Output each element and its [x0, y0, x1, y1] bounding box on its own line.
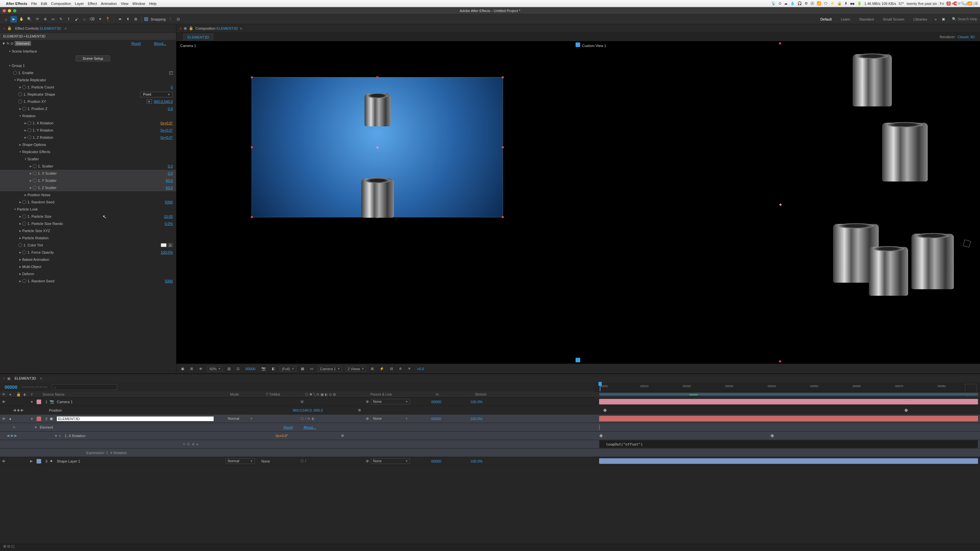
color-swatch[interactable] — [161, 243, 167, 247]
workspace-learn[interactable]: Learn — [837, 17, 854, 21]
timeline-tab[interactable]: ELEMENT3D — [13, 376, 38, 380]
shy-toggle-icon[interactable]: ↯ — [945, 1, 948, 6]
menu-effect[interactable]: Effect — [88, 2, 97, 6]
clone-tool-icon[interactable]: ⟐ — [81, 16, 88, 22]
workspace-default[interactable]: Default — [816, 17, 835, 21]
prop-force-opacity[interactable]: ▶1. Force Opacity100.0% — [0, 249, 176, 256]
lock-icon[interactable]: 🔒 — [189, 26, 193, 30]
layer-bar[interactable] — [599, 416, 978, 421]
layer-camera-1[interactable]: 👁 ▼ 1 📷 Camera 1 ⊞ ⊚None 00000 100.0% — [0, 398, 980, 406]
draft-3d-icon[interactable]: ◫ — [972, 1, 975, 6]
app-name[interactable]: After Effects — [6, 2, 27, 6]
keyframe-icon[interactable] — [603, 408, 607, 412]
kf-add-icon[interactable]: ◆ — [17, 408, 20, 412]
prop-x-scatter[interactable]: ▶1. X Scatter0.0 — [0, 170, 176, 177]
close-icon[interactable]: × — [3, 27, 5, 30]
orbit-tool-icon[interactable]: ⟳ — [34, 16, 40, 22]
anchor-point-icon[interactable]: ◆ — [376, 145, 379, 149]
pickwhip-icon[interactable]: ⊚ — [366, 400, 369, 404]
effect-controls-tab[interactable]: × 🔒 Effect Controls ELEMENT3D ≡ — [0, 24, 176, 33]
expression-text[interactable]: loopOut("offset") — [606, 442, 643, 446]
timeline-search-input[interactable] — [52, 384, 117, 390]
menu-view[interactable]: View — [121, 2, 129, 6]
layer-element3d[interactable]: 👁● ▼ 2 ▣ Normal ⬡ / fx ◐ ⊚None 00000 100… — [0, 414, 980, 423]
exposure-value[interactable]: +0.0 — [415, 367, 425, 371]
workspace-standard[interactable]: Standard — [855, 17, 878, 21]
window-controls[interactable] — [3, 9, 16, 13]
stopwatch-icon[interactable] — [18, 100, 22, 103]
stopwatch-icon[interactable] — [22, 279, 26, 283]
motion-blur-toggle-icon[interactable]: ⊚ — [958, 1, 960, 6]
expression-language-icon[interactable]: ▸ — [197, 442, 199, 446]
graph-editor-icon[interactable]: 📊 — [964, 1, 968, 6]
blend-mode-dropdown[interactable]: Normal — [225, 416, 255, 421]
mask-toggle-icon[interactable]: 👁 — [197, 367, 204, 371]
zoom-dropdown[interactable]: 50% — [207, 366, 223, 372]
parent-dropdown[interactable]: None — [371, 416, 410, 421]
twisty-icon[interactable]: ▼ — [34, 426, 38, 429]
menu-animation[interactable]: Animation — [101, 2, 117, 6]
sync-settings-icon[interactable]: ▣ — [940, 16, 947, 22]
views-layout-dropdown[interactable]: 2 Views — [345, 366, 366, 372]
prop-random-seed-2[interactable]: ▶1. Random Seed5000 — [0, 278, 176, 285]
scene-setup-button[interactable]: Scene Setup — [76, 56, 110, 61]
viewer-subtab[interactable]: ELEMENT3D — [183, 33, 214, 40]
prop-particle-look[interactable]: ▼Particle Look — [0, 206, 176, 213]
pan-behind-tool-icon[interactable]: ⊕ — [42, 16, 48, 22]
prop-particle-size-xyz[interactable]: ▶Particle Size XYZ — [0, 227, 176, 234]
stopwatch-icon[interactable] — [33, 179, 37, 183]
active-camera-dropdown[interactable]: Camera 1 — [318, 366, 342, 372]
expression-controls-row[interactable]: ≡ ⊙ ⊚ ▸ loopOut("offset") — [0, 440, 980, 448]
kf-add-icon[interactable]: ◆ — [10, 433, 13, 438]
brightness-icon[interactable]: ☀ — [406, 367, 412, 371]
footer-timecode[interactable]: 00000 — [244, 367, 257, 371]
hand-tool-icon[interactable]: ✋ — [18, 16, 25, 22]
channel-toggle-icon[interactable]: ⊞ — [189, 367, 194, 371]
snapping-checkbox[interactable] — [145, 17, 148, 21]
prop-enable[interactable]: 1. Enable — [0, 69, 176, 76]
resolution-toggle-icon[interactable]: ▥ — [226, 367, 232, 371]
stopwatch-icon[interactable] — [22, 85, 26, 89]
search-help-input[interactable]: 🔍 Search Help — [948, 17, 977, 21]
prop-scatter[interactable]: ▶1. Scatter0.0 — [0, 162, 176, 170]
replicator-shape-dropdown[interactable]: Point — [140, 92, 173, 97]
keyframe-icon[interactable] — [770, 434, 774, 437]
layer-shape-1[interactable]: 👁 ▶ 3 ★ Shape Layer 1 Normal None ⬡ / ⊚N… — [0, 457, 980, 465]
playhead[interactable] — [600, 383, 600, 391]
selection-tool-icon[interactable]: ▶ — [10, 16, 17, 22]
kf-nav-prev-icon[interactable]: ◀ — [6, 433, 9, 438]
about-link[interactable]: About... — [154, 41, 166, 45]
keyframe-icon[interactable] — [904, 408, 908, 412]
pixel-aspect-icon[interactable]: ⊞ — [369, 367, 375, 371]
frame-blend-toggle-icon[interactable]: ◈ — [951, 1, 954, 6]
menu-edit[interactable]: Edit — [41, 2, 47, 6]
prop-particle-count[interactable]: ▶1. Particle Count6 — [0, 84, 176, 91]
prop-shape-options[interactable]: ▶Shape Options — [0, 141, 176, 148]
stopwatch-icon[interactable] — [22, 107, 26, 111]
lock-icon[interactable]: 🔒 — [7, 26, 12, 30]
kf-nav-next-icon[interactable]: ▶ — [21, 408, 24, 412]
track-matte-dropdown[interactable]: None — [261, 459, 270, 463]
prop-color-tint[interactable]: 1. Color Tint▤ — [0, 241, 176, 249]
prop-rotation-group[interactable]: ▼Rotation — [0, 112, 176, 119]
time-ruler[interactable]: 00000 00010 00020 00030 00040 00050 0006… — [595, 383, 980, 392]
viewport-camera-1[interactable]: Camera 1 ◆ — [177, 41, 578, 364]
prop-z-rotation[interactable]: ▶1. Z Rotation0x+0.0° — [0, 134, 176, 141]
handle-icon[interactable] — [502, 216, 504, 218]
home-icon[interactable]: ⌂ — [3, 16, 9, 22]
prop-particle-size-random[interactable]: ▶1. Particle Size Rando0.0% — [0, 220, 176, 227]
adjustment-icon[interactable]: ◐ — [312, 416, 315, 421]
flowchart-icon[interactable]: ⋔ — [398, 367, 403, 371]
handle-icon[interactable] — [251, 146, 253, 148]
prop-multi-object[interactable]: ▶Multi-Object — [0, 263, 176, 270]
anchor-point-icon[interactable]: ◆ — [779, 202, 782, 206]
stopwatch-icon[interactable] — [33, 186, 37, 190]
reset-link[interactable]: Reset — [283, 426, 293, 429]
current-time-display[interactable]: 00000 — [5, 384, 18, 390]
menu-window[interactable]: Window — [132, 2, 145, 6]
timeline-icon[interactable]: ⊟ — [389, 367, 394, 371]
about-link[interactable]: About... — [304, 426, 316, 429]
zoom-tool-icon[interactable]: 🔍 — [26, 16, 33, 22]
layer-name-edit[interactable] — [56, 416, 225, 421]
bounds-handle-icon[interactable] — [779, 43, 781, 44]
